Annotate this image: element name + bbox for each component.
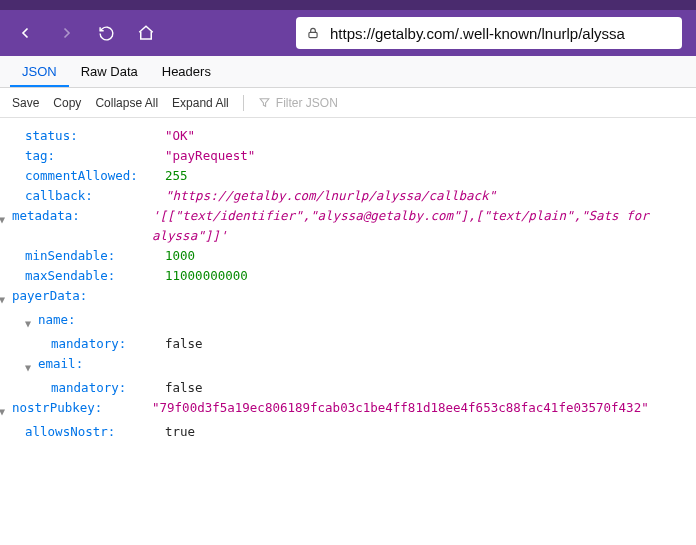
tab-raw-data[interactable]: Raw Data [69, 57, 150, 87]
json-value: "OK" [165, 126, 195, 146]
json-key: commentAllowed: [25, 166, 165, 186]
tab-json[interactable]: JSON [10, 57, 69, 87]
json-row[interactable]: mandatory:false [12, 334, 684, 354]
filter-placeholder: Filter JSON [276, 96, 338, 110]
home-button[interactable] [134, 21, 158, 45]
forward-button[interactable] [54, 21, 78, 45]
url-text: https://getalby.com/.well-known/lnurlp/a… [330, 25, 625, 42]
reload-button[interactable] [94, 21, 118, 45]
json-key: callback: [25, 186, 165, 206]
nav-group [14, 21, 158, 45]
collapse-toggle-icon[interactable]: ▼ [0, 206, 12, 230]
filter-icon [258, 96, 271, 109]
json-toolbar: Save Copy Collapse All Expand All Filter… [0, 88, 696, 118]
json-value: 255 [165, 166, 188, 186]
collapse-toggle-icon[interactable]: ▼ [25, 354, 38, 378]
collapse-toggle-icon[interactable]: ▼ [25, 310, 38, 334]
tab-strip [0, 0, 696, 10]
json-value: '[["text/identifier","alyssa@getalby.com… [152, 206, 684, 246]
json-key: name: [38, 310, 178, 330]
back-button[interactable] [14, 21, 38, 45]
json-key: nostrPubkey: [12, 398, 152, 418]
save-button[interactable]: Save [12, 96, 39, 110]
json-key: allowsNostr: [25, 422, 165, 442]
separator [243, 95, 244, 111]
json-row[interactable]: maxSendable:11000000000 [12, 266, 684, 286]
json-row[interactable]: ▼metadata:'[["text/identifier","alyssa@g… [0, 206, 684, 246]
json-key: metadata: [12, 206, 152, 226]
json-row[interactable]: allowsNostr:true [12, 422, 684, 442]
json-value: true [165, 422, 195, 442]
json-row[interactable]: status:"OK" [12, 126, 684, 146]
json-row[interactable]: minSendable:1000 [12, 246, 684, 266]
svg-rect-0 [309, 32, 317, 37]
json-key: minSendable: [25, 246, 165, 266]
json-key: maxSendable: [25, 266, 165, 286]
json-row[interactable]: ▼name: [12, 310, 684, 334]
toggle-icon [12, 126, 25, 130]
browser-toolbar: https://getalby.com/.well-known/lnurlp/a… [0, 10, 696, 56]
collapse-toggle-icon[interactable]: ▼ [0, 286, 12, 310]
json-row[interactable]: commentAllowed:255 [12, 166, 684, 186]
json-key: payerData: [12, 286, 152, 306]
json-key: mandatory: [51, 378, 165, 398]
json-value: 11000000000 [165, 266, 248, 286]
collapse-all-button[interactable]: Collapse All [95, 96, 158, 110]
json-value: false [165, 334, 203, 354]
json-row[interactable]: mandatory:false [12, 378, 684, 398]
json-key: mandatory: [51, 334, 165, 354]
lock-icon [306, 26, 320, 40]
json-value: "payRequest" [165, 146, 255, 166]
json-key: status: [25, 126, 165, 146]
json-value: "https://getalby.com/lnurlp/alyssa/callb… [165, 186, 496, 206]
json-key: email: [38, 354, 178, 374]
filter-input[interactable]: Filter JSON [258, 96, 338, 110]
json-value: 1000 [165, 246, 195, 266]
copy-button[interactable]: Copy [53, 96, 81, 110]
json-value: "79f00d3f5a19ec806189fcab03c1be4ff81d18e… [152, 398, 649, 418]
json-value: false [165, 378, 203, 398]
json-viewer: status:"OK" tag:"payRequest" commentAllo… [0, 118, 696, 450]
collapse-toggle-icon[interactable]: ▼ [0, 398, 12, 422]
url-bar[interactable]: https://getalby.com/.well-known/lnurlp/a… [296, 17, 682, 49]
json-row[interactable]: callback:"https://getalby.com/lnurlp/aly… [12, 186, 684, 206]
json-row[interactable]: ▼email: [12, 354, 684, 378]
json-key: tag: [25, 146, 165, 166]
viewer-tabs: JSON Raw Data Headers [0, 56, 696, 88]
json-row[interactable]: tag:"payRequest" [12, 146, 684, 166]
json-row[interactable]: ▼nostrPubkey:"79f00d3f5a19ec806189fcab03… [0, 398, 684, 422]
json-row[interactable]: ▼payerData: [0, 286, 684, 310]
expand-all-button[interactable]: Expand All [172, 96, 229, 110]
tab-headers[interactable]: Headers [150, 57, 223, 87]
